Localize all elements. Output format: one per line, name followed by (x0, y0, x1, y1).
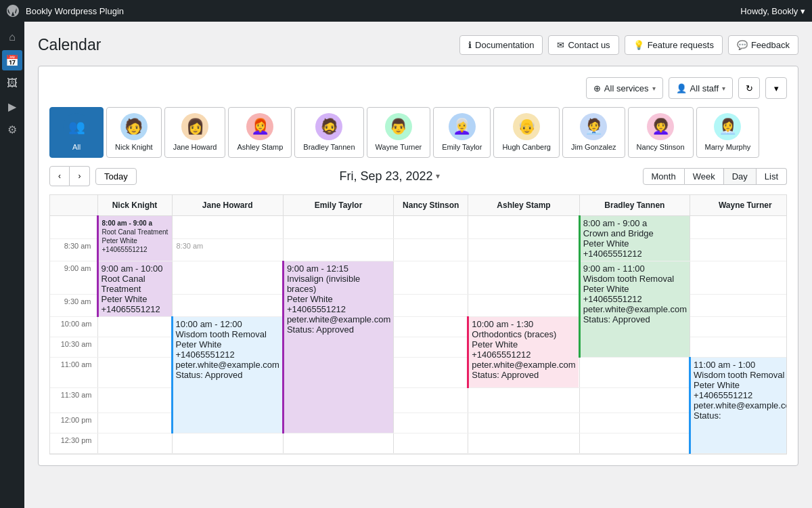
table-row: 11:00 am 11:00 am - 1:00 Wisdom tooth Re… (50, 358, 787, 388)
feature-label: Feature requests (648, 40, 714, 50)
nancy-830 (394, 238, 468, 261)
list-view-button[interactable]: List (757, 168, 787, 185)
feature-requests-button[interactable]: 💡 Feature requests (625, 35, 723, 55)
staff-card-all[interactable]: 👥 All (49, 107, 104, 158)
jane-1230 (172, 433, 283, 454)
jane-10am: 10:00 am - 12:00 Wisdom tooth Removal Pe… (172, 317, 283, 433)
wordpress-logo-icon (7, 5, 19, 17)
more-options-button[interactable]: ▾ (765, 77, 787, 99)
week-view-button[interactable]: Week (685, 168, 724, 185)
nick-9am: 9:00 am - 10:00 Root Canal Treatment Pet… (97, 261, 172, 317)
staff-card-emily[interactable]: 👩‍🦳 Emily Taylor (433, 107, 491, 158)
calendar-container: ⊕ All services ▾ 👤 All staff ▾ ↻ ▾ (38, 66, 798, 466)
staff-card-jane[interactable]: 👩 Jane Howard (164, 107, 226, 158)
appt-service: Wisdom tooth Removal (176, 329, 279, 339)
emily-8am (283, 216, 393, 239)
sidebar-icon-play[interactable]: ▶ (2, 96, 22, 117)
site-name: Bookly Wordpress Plugin (26, 6, 124, 16)
contact-us-button[interactable]: ✉ Contact us (548, 35, 618, 55)
documentation-button[interactable]: ℹ Documentation (459, 35, 543, 55)
bradley-1130 (579, 388, 690, 413)
appt-service: Root Canal Treatment (102, 228, 168, 236)
appt-nick-root-canal-1[interactable]: 8:00 am - 9:00 a Root Canal Treatment Pe… (102, 219, 168, 254)
appt-service: Root Canal Treatment (102, 274, 169, 294)
staff-name-hugh: Hugh Canberg (502, 143, 551, 152)
calendar-nav: ‹ › Today Fri, Sep 23, 2022 ▾ Month Week… (49, 166, 787, 186)
appt-emily-invisalign[interactable]: 9:00 am - 12:15 Invisalign (invisible br… (287, 263, 390, 335)
today-button[interactable]: Today (95, 168, 137, 185)
refresh-button[interactable]: ↻ (738, 77, 760, 99)
appt-service: Crown and Bridge (583, 228, 687, 238)
appt-service: Wisdom tooth Removal (583, 274, 687, 284)
jane-12pm (394, 413, 468, 433)
appt-person: Peter White (583, 238, 687, 249)
avatar-jim: 🧑‍💼 (580, 113, 607, 140)
all-services-label: All services (604, 83, 649, 93)
appt-nick-root-canal-2[interactable]: 9:00 am - 10:00 Root Canal Treatment Pet… (102, 263, 169, 314)
prev-button[interactable]: ‹ (49, 166, 70, 186)
next-button[interactable]: › (70, 166, 90, 186)
appt-ashley-ortho[interactable]: 10:00 am - 1:30 Orthodontics (braces) Pe… (472, 319, 575, 380)
staff-card-wayne[interactable]: 👨 Wayne Turner (367, 107, 431, 158)
all-staff-filter[interactable]: 👤 All staff ▾ (669, 77, 733, 99)
table-row: 9:00 am 9:00 am - 10:00 Root Canal Treat… (50, 261, 787, 295)
sidebar-icon-media[interactable]: 🖼 (2, 73, 22, 93)
appt-time: 8:00 am - 9:00 a (583, 218, 687, 228)
services-icon: ⊕ (593, 83, 601, 93)
staff-card-ashley[interactable]: 👩‍🦰 Ashley Stamp (228, 107, 292, 158)
appt-person: Peter White (694, 380, 787, 390)
staff-card-nick[interactable]: 🧑 Nick Knight (106, 107, 162, 158)
emily-1230 (283, 433, 393, 454)
appt-jane-wisdom[interactable]: 10:00 am - 12:00 Wisdom tooth Removal Pe… (176, 319, 279, 380)
table-row: 12:30 pm (50, 433, 787, 454)
appt-person: Peter White (176, 339, 279, 350)
feedback-button[interactable]: 💬 Feedback (728, 35, 798, 55)
sidebar-icon-bookly[interactable]: 📅 (2, 50, 22, 70)
appt-time: 10:00 am - 12:00 (176, 319, 279, 329)
nancy-1230 (394, 433, 468, 454)
day-view-button[interactable]: Day (724, 168, 757, 185)
staff-name-jim: Jim Gonzalez (571, 143, 616, 152)
admin-sidebar: ⌂ 📅 🖼 ▶ ⚙ (0, 22, 24, 508)
avatar-wayne: 👨 (385, 113, 412, 140)
avatar-emily: 👩‍🦳 (449, 113, 476, 140)
all-services-filter[interactable]: ⊕ All services ▾ (586, 77, 663, 99)
appt-status: Status: Approved (583, 314, 687, 324)
ashley-1130 (468, 388, 579, 413)
staff-card-bradley[interactable]: 🧔 Bradley Tannen (294, 107, 363, 158)
contact-icon: ✉ (557, 40, 564, 50)
calendar-header-row: Nick Knight Jane Howard Emily Taylor Nan… (50, 195, 787, 216)
appt-time: 11:00 am - 1:00 (694, 360, 787, 370)
staff-name-marry: Marry Murphy (705, 143, 751, 152)
table-row: 12:00 pm (50, 413, 787, 433)
staff-card-hugh[interactable]: 👴 Hugh Canberg (493, 107, 560, 158)
appt-service: Invisalign (invisible braces) (287, 274, 390, 294)
col-bradley: Bradley Tannen (579, 195, 690, 216)
documentation-icon: ℹ (468, 40, 472, 50)
wayne-930 (690, 295, 787, 317)
sidebar-icon-settings[interactable]: ⚙ (2, 119, 22, 140)
avatar-nick: 🧑 (120, 113, 148, 140)
month-view-button[interactable]: Month (643, 168, 685, 185)
appt-bradley-wisdom[interactable]: 9:00 am - 11:00 Wisdom tooth Removal Pet… (583, 263, 687, 324)
staff-card-marry[interactable]: 👩‍💼 Marry Murphy (696, 107, 760, 158)
avatar-all: 👥 (63, 113, 90, 140)
sidebar-icon-dashboard[interactable]: ⌂ (2, 27, 22, 47)
appt-status: Status: Approved (287, 324, 390, 335)
staff-card-nancy[interactable]: 👩‍🦱 Nancy Stinson (628, 107, 694, 158)
documentation-label: Documentation (475, 40, 534, 50)
appt-status: Status: (694, 410, 787, 421)
view-buttons: Month Week Day List (643, 168, 788, 185)
avatar-bradley: 🧔 (315, 113, 342, 140)
appt-time: 8:00 am - 9:00 a (102, 219, 168, 228)
staff-card-jim[interactable]: 🧑‍💼 Jim Gonzalez (562, 107, 625, 158)
all-staff-label: All staff (690, 83, 719, 93)
col-wayne: Wayne Turner (690, 195, 787, 216)
appt-bradley-crown[interactable]: 8:00 am - 9:00 a Crown and Bridge Peter … (583, 218, 687, 259)
nancy-930 (394, 295, 468, 317)
appt-time: 10:00 am - 1:30 (472, 319, 575, 329)
date-dropdown-icon[interactable]: ▾ (436, 171, 440, 181)
appt-phone: +14065551212 (102, 304, 169, 314)
nav-arrows: ‹ › (49, 166, 90, 186)
appt-wayne-wisdom[interactable]: 11:00 am - 1:00 Wisdom tooth Removal Pet… (694, 360, 787, 421)
